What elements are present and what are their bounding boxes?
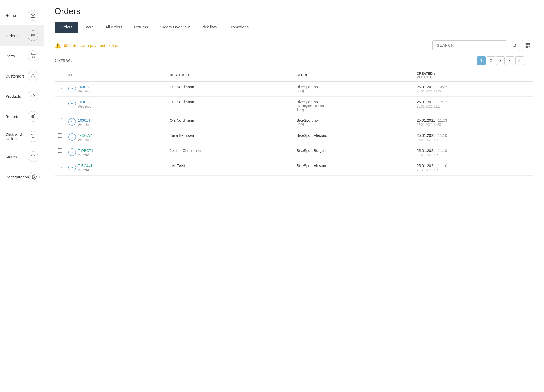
page-btn-2[interactable]: 2 xyxy=(487,56,495,65)
created-cell: 25.01.2021 11:10 25.01.2021 11:10 xyxy=(413,130,533,145)
sidebar-label-orders: Orders xyxy=(5,33,18,38)
order-type: Webshop xyxy=(78,90,91,93)
row-checkbox-cell xyxy=(55,145,65,160)
table-row: T-DBC71 In Store Joakim Christensen Bike… xyxy=(55,145,533,160)
customers-icon xyxy=(28,71,38,81)
tab-promotions[interactable]: Promotions xyxy=(223,22,254,33)
store-name: BikeSport Ålesund xyxy=(296,133,410,138)
col-store-header: STORE xyxy=(293,69,413,82)
page-btn-3[interactable]: 3 xyxy=(496,56,505,65)
expand-button[interactable] xyxy=(68,85,76,92)
sidebar-item-reports[interactable]: Reports xyxy=(0,106,44,126)
row-checkbox[interactable] xyxy=(58,118,62,122)
svg-point-14 xyxy=(34,176,35,178)
sidebar-item-home[interactable]: Home xyxy=(0,5,44,25)
qr-code-button[interactable] xyxy=(522,40,533,51)
store-method: Bring xyxy=(296,89,410,93)
expand-button[interactable] xyxy=(68,118,76,126)
sidebar-item-orders[interactable]: Orders xyxy=(0,25,44,46)
col-created-header: CREATED ↓ MODIFIED xyxy=(413,69,533,82)
modified-date: 25.01.2021 12:14 xyxy=(417,105,530,108)
pagination-next[interactable]: › xyxy=(525,56,533,65)
sidebar-item-customers[interactable]: Customers xyxy=(0,66,44,86)
order-id-cell: 103012 Webshop xyxy=(65,97,167,115)
order-id-link[interactable]: T-120A7 xyxy=(78,133,92,138)
expand-button[interactable] xyxy=(68,133,76,141)
row-checkbox-cell xyxy=(55,160,65,176)
store-cell: BikeSport.no eivind@omnium.no Bring xyxy=(293,97,413,115)
tab-pick-lists[interactable]: Pick lists xyxy=(195,22,223,33)
sidebar-item-click-collect[interactable]: Click and Collect xyxy=(0,126,44,147)
store-cell: BikeSport Ålesund xyxy=(293,130,413,145)
sidebar-item-stores[interactable]: Stores xyxy=(0,147,44,167)
sidebar-label-carts: Carts xyxy=(5,54,15,58)
order-id-link[interactable]: 103011 xyxy=(78,118,91,122)
modified-date: 25.01.2021 11:10 xyxy=(417,153,530,157)
page-btn-1[interactable]: 1 xyxy=(477,56,486,65)
svg-point-3 xyxy=(31,34,32,35)
search-button[interactable] xyxy=(509,40,520,51)
created-cell: 25.01.2021 12:12 25.01.2021 12:14 xyxy=(413,97,533,115)
table-row: 103012 Webshop Ola Nordmann BikeSport.no… xyxy=(55,97,533,115)
svg-line-16 xyxy=(515,46,516,47)
store-method: Bring xyxy=(296,122,410,126)
configuration-icon xyxy=(29,172,40,182)
sidebar-item-configuration[interactable]: Configuration xyxy=(0,167,44,187)
store-name: BikeSport.no xyxy=(296,100,410,104)
row-checkbox[interactable] xyxy=(58,85,62,89)
customer-name: Leif Tveit xyxy=(170,164,185,168)
sidebar-item-carts[interactable]: Carts xyxy=(0,46,44,66)
table-row: 103011 Webshop Ola Nordmann BikeSport.no… xyxy=(55,115,533,130)
sidebar-label-click-collect: Click and Collect xyxy=(5,132,28,141)
row-checkbox[interactable] xyxy=(58,100,62,104)
alert-bar: ⚠️ 60 orders with payment expires xyxy=(55,40,533,51)
page-title: Orders xyxy=(55,6,533,16)
search-input[interactable] xyxy=(432,40,507,50)
click-collect-icon xyxy=(28,131,38,142)
page-btn-5[interactable]: 5 xyxy=(515,56,524,65)
expand-button[interactable] xyxy=(68,100,76,107)
sidebar-item-products[interactable]: Products xyxy=(0,86,44,106)
order-id-link[interactable]: 103012 xyxy=(78,100,91,104)
order-id-link[interactable]: T-BC441 xyxy=(78,164,93,168)
tab-returns[interactable]: Returns xyxy=(128,22,154,33)
modified-date: 25.01.2021 11:57 xyxy=(417,123,530,127)
store-cell: BikeSport Ålesund xyxy=(293,160,413,176)
reports-icon xyxy=(28,111,38,122)
alert-message: ⚠️ 60 orders with payment expires xyxy=(55,42,119,49)
order-id-link[interactable]: 103013 xyxy=(78,85,91,89)
store-method: Bring xyxy=(296,108,410,112)
created-date: 25.01.2021 11:53 xyxy=(417,118,530,122)
store-name: BikeSport Bergen xyxy=(296,148,410,153)
customer-cell: Joakim Christensen xyxy=(167,145,294,160)
row-checkbox-cell xyxy=(55,115,65,130)
customer-cell: Tuva Berntsen xyxy=(167,130,294,145)
svg-rect-13 xyxy=(32,157,34,159)
expand-button[interactable] xyxy=(68,148,76,156)
row-checkbox[interactable] xyxy=(58,133,62,138)
col-checkbox xyxy=(55,69,65,82)
store-cell: BikeSport Bergen xyxy=(293,145,413,160)
page-header: Orders Orders Store All orders Returns O… xyxy=(44,0,544,33)
svg-point-15 xyxy=(513,44,516,47)
expand-button[interactable] xyxy=(68,164,76,171)
tab-store[interactable]: Store xyxy=(78,22,100,33)
order-id-cell: T-BC441 In Store xyxy=(65,160,167,176)
order-type: In Store xyxy=(78,168,93,172)
tab-orders-overview[interactable]: Orders Overview xyxy=(154,22,196,33)
row-checkbox[interactable] xyxy=(58,164,62,168)
row-checkbox-cell xyxy=(55,82,65,97)
page-btn-4[interactable]: 4 xyxy=(506,56,514,65)
order-type: In Store xyxy=(78,153,93,157)
svg-rect-10 xyxy=(31,116,32,118)
warning-icon: ⚠️ xyxy=(55,42,61,49)
created-date: 25.01.2021 11:10 xyxy=(417,133,530,138)
order-id-link[interactable]: T-DBC71 xyxy=(78,148,93,153)
tab-all-orders[interactable]: All orders xyxy=(100,22,128,33)
row-checkbox-cell xyxy=(55,130,65,145)
main-area: Orders Orders Store All orders Returns O… xyxy=(44,0,544,392)
created-cell: 26.01.2021 13:27 26.01.2021 13:29 xyxy=(413,82,533,97)
row-checkbox[interactable] xyxy=(58,148,62,153)
tab-orders[interactable]: Orders xyxy=(55,22,78,33)
modified-date: 25.01.2021 11:10 xyxy=(417,168,530,172)
